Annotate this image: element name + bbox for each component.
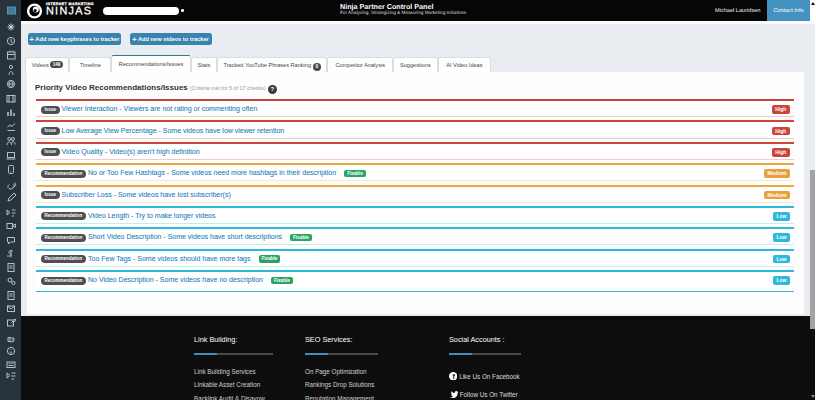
svg-text:NINJAS: NINJAS <box>46 5 92 17</box>
